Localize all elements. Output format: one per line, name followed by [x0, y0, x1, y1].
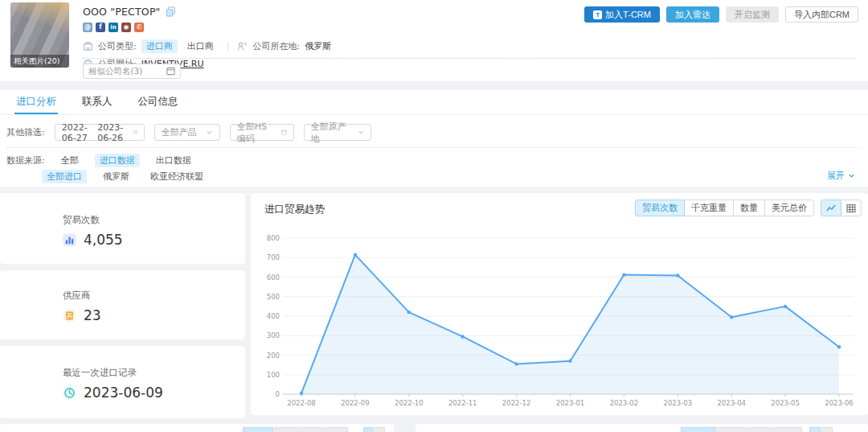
type-chip-importer[interactable]: 进口商: [141, 39, 178, 53]
related-images-label[interactable]: 相关图片(20): [10, 55, 69, 68]
source-option-export[interactable]: 出口数据: [151, 154, 196, 167]
store-icon: [63, 309, 76, 323]
facebook-icon[interactable]: f: [96, 23, 105, 32]
metric-kg-weight[interactable]: 千克重量: [684, 200, 734, 216]
view-toggle[interactable]: [809, 427, 833, 432]
similar-companies-box[interactable]: 相似公司名(3): [83, 64, 181, 79]
website-icon[interactable]: @: [83, 23, 92, 32]
people-icon: [237, 41, 248, 51]
metric-segmented-control[interactable]: [243, 427, 348, 432]
tab-company-info[interactable]: 公司信息: [137, 90, 180, 114]
building-icon: [83, 41, 93, 51]
instagram-icon[interactable]: ◉: [121, 23, 131, 32]
clock-icon: [63, 386, 76, 400]
import-trend-chart-card: 进口贸易趋势 贸易次数 千克重量 数量 美元总价 010020030040050…: [251, 193, 868, 415]
svg-text:2022-11: 2022-11: [448, 399, 477, 407]
svg-text:2023-02: 2023-02: [610, 399, 639, 407]
sub-option-russia[interactable]: 俄罗斯: [98, 170, 134, 183]
chevron-down-icon: [848, 172, 855, 179]
hs-code-value: 全部HS编码: [237, 121, 275, 145]
copy-icon[interactable]: [166, 6, 176, 17]
linkedin-icon[interactable]: in: [108, 23, 118, 32]
page: 相关图片(20) OOO "PECTOP" @ f in ◉ ✆: [0, 0, 868, 432]
source-option-all[interactable]: 全部: [56, 154, 84, 167]
svg-text:2022-10: 2022-10: [395, 399, 424, 407]
table-icon[interactable]: [841, 200, 862, 216]
tab-bar: 进口分析 联系人 公司信息: [0, 90, 868, 115]
stat-card-trade-count: 贸易次数 4,055: [0, 193, 245, 264]
stat-label: 贸易次数: [63, 214, 245, 226]
svg-text:2023-05: 2023-05: [771, 399, 800, 407]
chevron-down-icon: [206, 129, 213, 136]
add-tcrm-button[interactable]: T 加入T-CRM: [584, 6, 660, 23]
location-value: 俄罗斯: [305, 40, 331, 52]
location-label: 公司所在地:: [252, 40, 300, 52]
trend-line-chart[interactable]: 01002003004005006007008002022-082022-092…: [252, 227, 863, 412]
hs-code-select[interactable]: 全部HS编码: [230, 124, 294, 141]
svg-text:2023-01: 2023-01: [556, 399, 585, 407]
product-select[interactable]: 全部产品: [154, 124, 220, 141]
tab-contacts[interactable]: 联系人: [80, 90, 114, 114]
source-option-import[interactable]: 进口数据: [95, 154, 140, 167]
data-source-label: 数据来源:: [6, 154, 45, 167]
other-filter-label: 其他筛选:: [6, 126, 45, 138]
view-toggle: [821, 200, 862, 216]
start-monitor-button[interactable]: 开启监测: [726, 6, 779, 23]
metric-segmented-control: 贸易次数 千克重量 数量 美元总价: [635, 200, 814, 216]
view-toggle[interactable]: [363, 427, 385, 432]
svg-text:2022-09: 2022-09: [341, 399, 370, 407]
window-icon: [281, 129, 287, 136]
svg-text:800: 800: [267, 234, 280, 242]
import-crm-button[interactable]: 导入内部CRM: [785, 6, 858, 23]
stat-label: 最近一次进口记录: [63, 367, 245, 379]
company-photo[interactable]: 相关图片(20): [10, 2, 69, 68]
bar-chart-icon: [63, 233, 76, 247]
bottom-card-left: [0, 424, 394, 432]
sub-option-eaeu[interactable]: 欧亚经济联盟: [145, 170, 208, 183]
phone-icon[interactable]: ✆: [134, 23, 144, 32]
svg-text:200: 200: [267, 352, 280, 360]
dotted-separator: [83, 58, 856, 59]
svg-text:2023-03: 2023-03: [664, 399, 693, 407]
metric-quantity[interactable]: 数量: [733, 200, 765, 216]
stat-label: 供应商: [63, 290, 245, 302]
origin-select[interactable]: 全部原产地: [304, 124, 371, 141]
bottom-card-right: [416, 424, 868, 432]
metric-segmented-control[interactable]: [681, 427, 802, 432]
add-radar-button[interactable]: 加入雷达: [666, 6, 719, 23]
stat-value: 4,055: [84, 232, 123, 248]
add-tcrm-label: 加入T-CRM: [605, 9, 651, 21]
sub-option-all-import[interactable]: 全部进口: [42, 170, 87, 183]
stat-card-last-import: 最近一次进口记录 2023-06-09: [0, 346, 245, 418]
metric-usd-total[interactable]: 美元总价: [764, 200, 814, 216]
window-icon: [166, 67, 175, 76]
date-start: 2022-06-27: [62, 122, 91, 143]
expand-toggle[interactable]: 展开: [827, 170, 855, 182]
expand-label: 展开: [827, 170, 845, 182]
divider: |: [227, 41, 230, 51]
date-end: 2023-06-26: [97, 122, 126, 143]
tcrm-icon: T: [593, 10, 602, 19]
line-chart-icon[interactable]: [821, 200, 841, 216]
calendar-icon: [133, 129, 137, 136]
svg-text:700: 700: [267, 253, 280, 261]
product-select-value: 全部产品: [162, 126, 197, 138]
svg-text:500: 500: [267, 293, 280, 301]
svg-text:0: 0: [276, 390, 280, 398]
metric-trade-count[interactable]: 贸易次数: [635, 200, 685, 216]
svg-text:2022-12: 2022-12: [502, 399, 531, 407]
stat-card-suppliers: 供应商 23: [0, 270, 245, 339]
svg-text:400: 400: [267, 312, 280, 320]
tab-import-analysis[interactable]: 进口分析: [14, 90, 58, 114]
tabs-filters-band: 进口分析 联系人 公司信息 其他筛选: 2022-06-27 2023-06-2…: [0, 90, 868, 187]
origin-select-value: 全部原产地: [311, 121, 351, 145]
chart-title: 进口贸易趋势: [264, 203, 325, 216]
company-name: OOO "PECTOP": [83, 6, 161, 18]
svg-text:100: 100: [267, 371, 280, 379]
svg-text:2023-04: 2023-04: [717, 399, 746, 407]
chevron-down-icon: [358, 129, 364, 136]
company-header: 相关图片(20) OOO "PECTOP" @ f in ◉ ✆: [0, 0, 868, 81]
similar-companies-label: 相似公司名(3): [88, 66, 142, 77]
type-chip-exporter[interactable]: 出口商: [182, 39, 219, 53]
date-range-input[interactable]: 2022-06-27 2023-06-26: [55, 124, 145, 141]
